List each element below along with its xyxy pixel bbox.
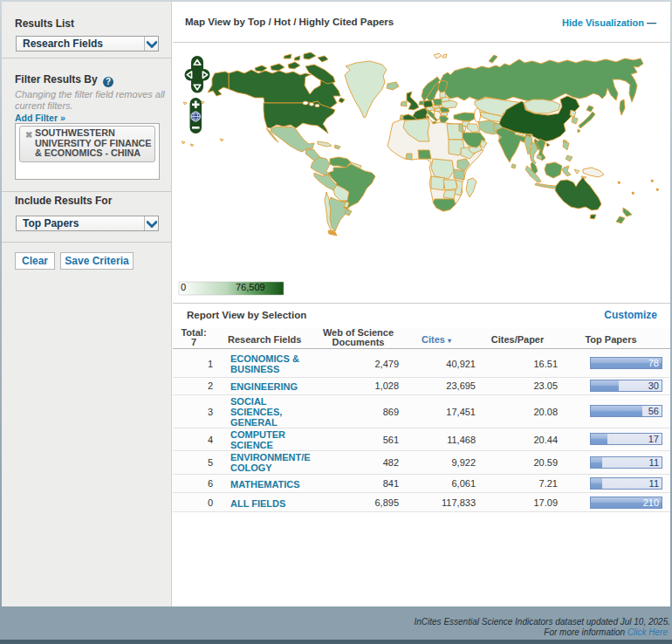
svg-text:0: 0 (181, 282, 186, 292)
svg-text:76,509: 76,509 (236, 282, 265, 292)
